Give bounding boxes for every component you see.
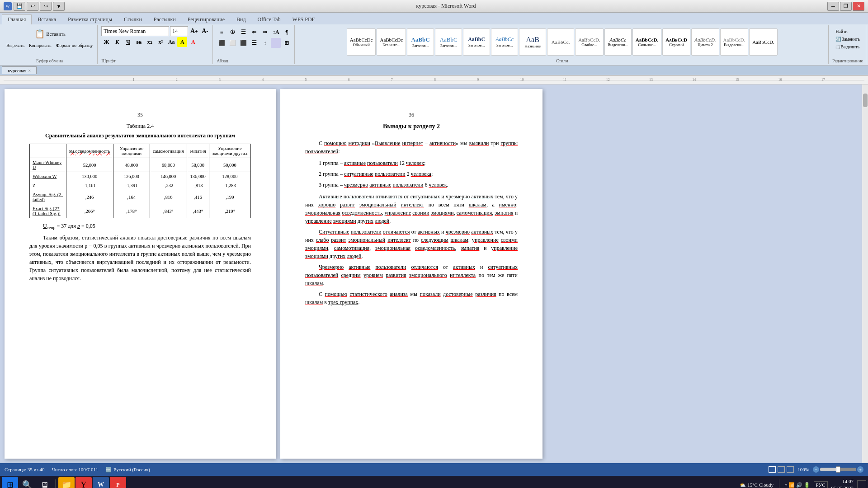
tab-layout[interactable]: Разметка страницы [62, 14, 118, 24]
tab-view[interactable]: Вид [231, 14, 252, 24]
tab-insert[interactable]: Вставка [32, 14, 62, 24]
show-para-btn[interactable]: ¶ [282, 27, 292, 37]
zoom-level: 100% [797, 467, 809, 472]
style-emph2[interactable]: AaBbCcD.Выделени... [720, 28, 749, 56]
read-view-btn[interactable] [787, 466, 794, 473]
select-btn[interactable]: ⬚Выделить [834, 43, 862, 50]
explorer-btn[interactable]: 📁 [58, 477, 75, 488]
decrease-font-btn[interactable]: A- [200, 26, 210, 36]
tab-references[interactable]: Ссылки [118, 14, 148, 24]
language-btn[interactable]: РУС [814, 481, 828, 488]
title-bar: W 💾 ↩ ↪ ▼ курсовая - Microsoft Word ─ ❐ … [0, 0, 868, 13]
font-color-btn[interactable]: A [188, 37, 198, 47]
font-size-select[interactable]: 14 [170, 26, 188, 36]
style-aa1[interactable]: AaBbCc. [547, 28, 574, 56]
style-strong[interactable]: AaBbCcD.Сильное... [632, 28, 661, 56]
borders-btn[interactable]: ⊞ [282, 38, 292, 48]
table-cell-r4c3: ,816 [150, 190, 187, 204]
quick-redo-btn[interactable]: ↪ [40, 2, 52, 11]
quick-undo-btn[interactable]: ↩ [27, 2, 38, 11]
font-label: Шрифт [101, 57, 115, 63]
copy-btn[interactable]: Копировать [27, 42, 53, 49]
app4-btn[interactable]: P [110, 477, 126, 488]
align-right-btn[interactable]: ⬛ [238, 38, 248, 48]
style-heading4[interactable]: AaBbCcЗаголов... [491, 28, 518, 56]
zoom-slider[interactable] [820, 468, 856, 471]
find-btn[interactable]: Найти [834, 28, 862, 35]
style-quote2[interactable]: AaBbCcD.Цитата 2 [691, 28, 719, 56]
app2-btn[interactable]: Y [75, 477, 92, 488]
doc-tab-active[interactable]: курсовая × [2, 66, 37, 74]
font-name-select[interactable]: Times New Roman [101, 26, 169, 36]
change-case-btn[interactable]: Аа [166, 37, 176, 47]
bullets-btn[interactable]: ≡ [217, 27, 226, 37]
show-desktop-btn[interactable] [857, 480, 866, 488]
style-normal[interactable]: AaBbCcDcОбычный [347, 28, 376, 56]
clipboard-label: Буфер обмена [36, 57, 63, 63]
style-title[interactable]: AaBНазвание [519, 28, 546, 56]
multilevel-btn[interactable]: ☰ [238, 27, 248, 37]
zoom-out-btn[interactable]: − [813, 466, 819, 473]
style-emphasis[interactable]: AaBbCcВыделени... [604, 28, 632, 56]
decrease-indent-btn[interactable]: ⇐ [249, 27, 259, 37]
numbering-btn[interactable]: ① [227, 27, 237, 37]
chapter-heading: Выводы к разделу 2 [305, 123, 518, 130]
paste-btn[interactable]: 📋 Вставить [31, 26, 68, 42]
line-spacing-btn[interactable]: ↕ [260, 38, 270, 48]
start-btn[interactable]: ⊞ [2, 477, 18, 488]
subscript-btn[interactable]: x₂ [145, 37, 155, 47]
align-left-btn[interactable]: ⬛ [217, 38, 226, 48]
taskview-btn[interactable]: 🖥 [36, 477, 52, 488]
print-view-btn[interactable] [769, 466, 776, 473]
style-heading1[interactable]: AaBbCЗаголов... [407, 28, 434, 56]
table-caption-prefix: Таблица 2.4 [127, 123, 154, 129]
table-cell-r3c0: Z [30, 181, 66, 190]
zoom-in-btn[interactable]: + [857, 466, 863, 473]
word-count: Число слов: 100/7 011 [52, 467, 98, 472]
style-strict[interactable]: AaBbCcDСтрогий [662, 28, 690, 56]
window-title: курсовая - Microsoft Word [65, 3, 827, 9]
minimize-btn[interactable]: ─ [827, 2, 839, 11]
word-taskbar-btn[interactable]: W [93, 477, 109, 488]
italic-btn[interactable]: К [112, 37, 122, 47]
strikethrough-btn[interactable]: зк [134, 37, 144, 47]
tab-office-tab[interactable]: Office Tab [252, 14, 287, 24]
underline-btn[interactable]: Ч [123, 37, 133, 47]
justify-btn[interactable]: ☰ [249, 38, 259, 48]
language-indicator: 🔤 Русский (Россия) [105, 467, 150, 473]
tab-review[interactable]: Рецензирование [182, 14, 231, 24]
align-center-btn[interactable]: ⬜ [227, 38, 237, 48]
increase-font-btn[interactable]: A+ [189, 26, 199, 36]
cut-btn[interactable]: Вырезать [5, 42, 26, 49]
format-painter-btn[interactable]: Формат по образцу [54, 42, 95, 49]
table-cell-r3c1: -1,161 [66, 181, 113, 190]
ribbon: Главная Вставка Разметка страницы Ссылки… [0, 13, 868, 66]
search-btn[interactable]: 🔍 [19, 477, 35, 488]
style-heading3[interactable]: AaBbCЗаголов... [463, 28, 490, 56]
shading-btn[interactable] [271, 38, 281, 48]
restore-btn[interactable]: ❐ [840, 2, 852, 11]
increase-indent-btn[interactable]: ⇒ [260, 27, 270, 37]
superscript-btn[interactable]: x² [156, 37, 165, 47]
tab-home[interactable]: Главная [2, 14, 32, 24]
close-btn[interactable]: ✕ [853, 2, 864, 11]
web-view-btn[interactable] [778, 466, 785, 473]
list-item-3: 3 группа – чрезмерно активные пользовате… [319, 181, 518, 189]
quick-more-btn[interactable]: ▼ [53, 2, 65, 11]
table-cell-r5c5: ,219ᵃ [209, 204, 250, 218]
tab-mailings[interactable]: Рассылки [148, 14, 182, 24]
doc-tab-close[interactable]: × [28, 68, 31, 73]
tab-wps-pdf[interactable]: WPS PDF [287, 14, 321, 24]
quick-save-btn[interactable]: 💾 [14, 2, 25, 11]
style-no-spacing[interactable]: AaBbCcDcБез инте... [377, 28, 406, 56]
sort-btn[interactable]: ↕A [271, 27, 281, 37]
style-heading2[interactable]: AaBbCЗаголов... [435, 28, 462, 56]
vertical-scrollbar[interactable] [862, 84, 868, 463]
style-aa2[interactable]: AaBbCcD. [749, 28, 778, 56]
title-bar-right: ─ ❐ ✕ [827, 2, 864, 11]
bold-btn[interactable]: Ж [101, 37, 111, 47]
highlight-btn[interactable]: A [177, 37, 187, 47]
style-subtle[interactable]: AaBbCcD.Слабое... [575, 28, 604, 56]
replace-btn[interactable]: 🔄Заменить [834, 36, 862, 42]
table-cell-r1c4: 58,000 [187, 158, 209, 172]
